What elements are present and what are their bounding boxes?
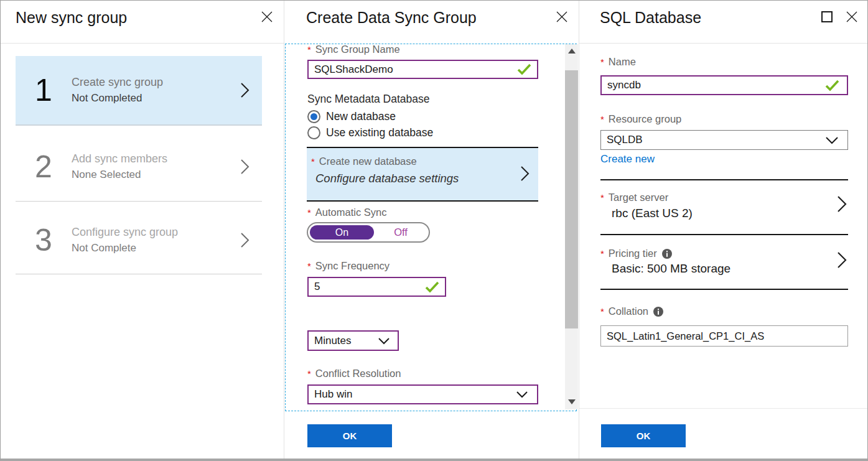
required-marker: * — [307, 368, 311, 379]
name-value: syncdb — [607, 79, 641, 91]
conflict-resolution-value: Hub win — [314, 388, 352, 401]
required-marker: * — [307, 44, 311, 55]
chevron-down-icon — [825, 136, 839, 144]
sync-metadata-database-label: Sync Metadata Database — [307, 93, 430, 106]
step-title: Add sync members — [72, 152, 240, 165]
step-number: 2 — [16, 151, 72, 182]
required-marker: * — [600, 192, 604, 203]
blade-title: New sync group — [16, 9, 127, 27]
collation-input[interactable]: SQL_Latin1_General_CP1_CI_AS — [600, 325, 848, 347]
chevron-right-icon — [837, 251, 847, 269]
scrollbar-up-arrow[interactable] — [565, 44, 578, 58]
sync-frequency-label: *Sync Frequency — [307, 260, 390, 272]
ok-button[interactable]: OK — [601, 424, 686, 447]
frequency-unit-select[interactable]: Minutes — [307, 330, 399, 351]
header-divider — [1, 43, 284, 44]
resource-group-value: SQLDB — [607, 134, 643, 146]
close-icon — [555, 10, 569, 26]
required-marker: * — [307, 207, 311, 218]
conflict-resolution-select[interactable]: Hub win — [307, 384, 538, 404]
conflict-resolution-label: *Conflict Resolution — [307, 368, 401, 380]
info-icon[interactable] — [662, 249, 672, 261]
chevron-right-icon — [240, 159, 250, 175]
toggle-off-option[interactable]: Off — [374, 223, 427, 241]
frequency-unit-value: Minutes — [314, 335, 352, 347]
collation-value: SQL_Latin1_General_CP1_CI_AS — [607, 330, 764, 342]
sync-frequency-input[interactable]: 5 — [307, 277, 446, 297]
toggle-on-option[interactable]: On — [310, 225, 374, 240]
create-new-database-label: *Create new database — [311, 156, 417, 167]
close-icon — [845, 10, 859, 26]
triangle-down-icon — [568, 399, 576, 404]
chevron-right-icon — [240, 232, 250, 248]
chevron-right-icon — [240, 82, 250, 98]
resource-group-select[interactable]: SQLDB — [600, 130, 848, 150]
radio-label: Use existing database — [326, 126, 433, 139]
pricing-tier-value: Basic: 500 MB storage — [612, 262, 730, 276]
radio-label: New database — [326, 110, 396, 123]
header-divider — [579, 43, 867, 44]
name-label: *Name — [600, 56, 636, 68]
required-marker: * — [307, 261, 311, 271]
step-title: Create sync group — [72, 76, 240, 89]
valid-check-icon — [825, 79, 839, 92]
section-divider — [600, 234, 848, 235]
scrollbar-down-arrow[interactable] — [565, 395, 578, 409]
name-input[interactable]: syncdb — [600, 75, 848, 95]
step-status: Not Complete — [72, 242, 240, 254]
required-marker: * — [600, 114, 604, 124]
close-button[interactable] — [554, 9, 570, 26]
radio-use-existing-database[interactable]: Use existing database — [307, 125, 433, 140]
info-icon[interactable] — [653, 307, 663, 319]
radio-unselected-icon[interactable] — [307, 126, 320, 139]
sync-frequency-value: 5 — [314, 281, 320, 293]
chevron-right-icon — [520, 165, 530, 182]
scrollbar[interactable] — [565, 44, 578, 409]
radio-selected-icon[interactable] — [307, 110, 320, 123]
maximize-icon — [821, 11, 833, 25]
radio-new-database[interactable]: New database — [307, 109, 396, 124]
pricing-tier-label: *Pricing tier — [600, 248, 672, 261]
required-marker: * — [600, 57, 604, 67]
step-add-sync-members[interactable]: 2 Add sync members None Selected — [16, 133, 262, 201]
automatic-sync-toggle[interactable]: On Off — [307, 222, 430, 243]
close-button[interactable] — [844, 9, 860, 26]
create-new-database-selector[interactable]: *Create new database Configure database … — [307, 147, 538, 202]
chevron-down-icon — [378, 337, 390, 345]
automatic-sync-label: *Automatic Sync — [307, 207, 386, 218]
step-create-sync-group[interactable]: 1 Create sync group Not Completed — [16, 56, 262, 126]
sync-group-name-input[interactable]: SQLShackDemo — [307, 60, 538, 79]
step-number: 3 — [16, 225, 72, 256]
new-sync-group-blade: New sync group 1 Create sync group Not C… — [1, 1, 284, 459]
maximize-button[interactable] — [819, 9, 835, 26]
required-marker: * — [600, 306, 604, 317]
required-marker: * — [311, 156, 315, 167]
azure-portal-blades: New sync group 1 Create sync group Not C… — [0, 0, 868, 461]
step-configure-sync-group[interactable]: 3 Configure sync group Not Complete — [16, 206, 262, 274]
step-divider — [16, 201, 262, 202]
create-data-sync-group-blade: Create Data Sync Group *Sync Group Name … — [284, 1, 579, 459]
close-button[interactable] — [259, 9, 275, 26]
scrollbar-thumb[interactable] — [565, 70, 578, 328]
sql-database-blade: SQL Database *Name syncdb *Resource grou… — [579, 1, 867, 459]
sync-group-name-label: *Sync Group Name — [307, 44, 400, 55]
create-new-link[interactable]: Create new — [600, 153, 655, 165]
ok-button[interactable]: OK — [307, 424, 392, 447]
section-divider — [600, 289, 848, 290]
triangle-up-icon — [568, 49, 576, 54]
blade-title: Create Data Sync Group — [306, 9, 477, 27]
step-title: Configure sync group — [72, 226, 240, 239]
valid-check-icon — [425, 281, 439, 294]
target-server-label: *Target server — [600, 192, 668, 203]
collation-label: *Collation — [600, 305, 663, 319]
chevron-down-icon — [516, 391, 528, 398]
step-status: Not Completed — [72, 92, 240, 105]
resource-group-label: *Resource group — [600, 113, 681, 125]
section-divider — [600, 179, 848, 180]
configure-database-settings-label: Configure database settings — [315, 172, 459, 185]
footer-divider — [579, 408, 867, 409]
step-divider — [16, 274, 262, 274]
sync-group-name-value: SQLShackDemo — [314, 63, 393, 76]
chevron-right-icon — [837, 195, 847, 213]
blade-title: SQL Database — [600, 9, 701, 27]
